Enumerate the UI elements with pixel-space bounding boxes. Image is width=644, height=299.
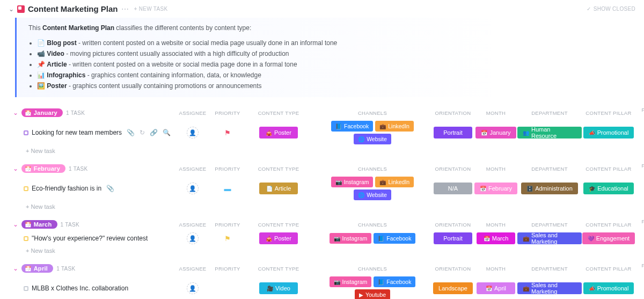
tag-pill[interactable]: 💼LinkedIn [375, 177, 414, 187]
priority-flag-icon[interactable]: ⚑ [224, 235, 231, 243]
group-header: ⌄ March 1 TASK ASSIGNEE PRIORITY CONTENT… [0, 217, 644, 231]
description-item: 🖼️ Poster - graphics content usually con… [37, 81, 624, 91]
publishing-date[interactable]: 2/15/23 [635, 185, 644, 192]
tag-pill[interactable]: 📅January [475, 127, 516, 138]
col-orientation: ORIENTATION [431, 110, 474, 116]
priority-flag-icon[interactable]: ⚑ [224, 129, 231, 137]
col-month: MONTH [474, 222, 517, 228]
publishing-date[interactable]: 3/8/23 [635, 235, 644, 242]
priority-cell[interactable]: ⚑ [211, 235, 244, 243]
tag-pill[interactable]: Landscape [433, 282, 473, 294]
pill-icon: 📘 [378, 279, 384, 285]
task-meta-icon[interactable]: 📎 [127, 129, 135, 136]
col-channels: CHANNELS [313, 110, 431, 116]
tag-pill[interactable]: 💼Sales and Marketing [517, 282, 582, 294]
col-month: MONTH [474, 266, 517, 272]
tag-pill[interactable]: 📣Promotional [583, 282, 634, 294]
tag-pill[interactable]: 💼LinkedIn [375, 121, 414, 132]
tag-pill[interactable]: 💼Sales and Marketing [517, 232, 582, 244]
priority-flag-icon[interactable]: ▬ [224, 185, 231, 193]
group-collapse-icon[interactable]: ⌄ [13, 165, 18, 172]
task-status-icon[interactable] [24, 236, 28, 241]
show-closed-toggle[interactable]: SHOW CLOSED [587, 6, 635, 12]
task-status-icon[interactable] [24, 286, 28, 291]
tag-pill[interactable]: 📷Instagram [330, 233, 372, 244]
pill-icon: 📷 [334, 236, 340, 242]
group-collapse-icon[interactable]: ⌄ [13, 265, 18, 272]
col-publishing-date: PUBLISHING DATE [635, 163, 644, 174]
group-task-count: 1 TASK [69, 166, 87, 172]
group-collapse-icon[interactable]: ⌄ [13, 110, 18, 116]
col-publishing-date: PUBLISHING DATE [635, 107, 644, 119]
tag-pill[interactable]: 🌐Website [354, 189, 391, 200]
tag-pill[interactable]: 📣Promotional [583, 127, 634, 138]
task-status-icon[interactable] [24, 130, 28, 135]
group-collapse-icon[interactable]: ⌄ [13, 221, 18, 228]
tag-pill[interactable]: 🎪Poster [259, 127, 298, 138]
priority-cell[interactable]: ▬ [211, 185, 244, 193]
tag-pill[interactable]: N/A [434, 183, 472, 194]
tag-pill[interactable]: 🗄️Administration [521, 183, 578, 194]
task-status-icon[interactable] [24, 186, 28, 191]
group-month-chip[interactable]: March [21, 220, 57, 229]
col-assignee: ASSIGNEE [174, 166, 211, 172]
group-month-chip[interactable]: February [21, 164, 65, 173]
publishing-date[interactable]: 4/12/23 [635, 285, 644, 291]
new-task-button[interactable]: + NEW TASK [134, 6, 168, 12]
assignee-placeholder[interactable]: 👤 [187, 232, 199, 244]
assignee-placeholder[interactable]: 👤 [187, 183, 199, 194]
group-month-chip[interactable]: January [21, 108, 63, 117]
new-task-row[interactable]: + New task [0, 201, 644, 215]
task-group: ⌄ April 1 TASK ASSIGNEE PRIORITY CONTENT… [0, 260, 644, 299]
assignee-placeholder[interactable]: 👤 [187, 282, 199, 294]
description-item: 📊 Infographics - graphics content contai… [37, 70, 624, 80]
task-row: "How's your experience?" review contest … [0, 231, 644, 245]
pill-icon: 📷 [335, 179, 342, 185]
tag-pill[interactable]: Portrait [434, 127, 472, 138]
new-task-row[interactable]: + New task [0, 145, 644, 159]
tag-pill[interactable]: 💜Engagement [582, 232, 635, 244]
tag-pill[interactable]: 🎪Poster [259, 232, 298, 244]
tag-pill[interactable]: 📷Instagram [331, 177, 374, 187]
task-meta-icon[interactable]: 📎 [106, 185, 114, 192]
collapse-icon[interactable]: ⌄ [9, 5, 14, 13]
col-priority: PRIORITY [211, 110, 244, 116]
task-meta-icon[interactable]: 🔗 [150, 129, 158, 136]
task-name-cell[interactable]: MLBB x Clothes Inc. collaboration [13, 285, 174, 292]
tag-pill[interactable]: 🌐Website [354, 134, 391, 144]
assignee-placeholder[interactable]: 👤 [187, 127, 199, 138]
bullet-icon: 📌 [37, 61, 45, 68]
tag-pill[interactable]: 🎓Educational [583, 183, 634, 194]
task-meta-icon[interactable]: 🔍 [163, 129, 171, 136]
tag-pill[interactable]: 📅February [474, 183, 517, 194]
group-header: ⌄ January 1 TASK ASSIGNEE PRIORITY CONTE… [0, 106, 644, 120]
tag-pill[interactable]: 👥Human Resource [517, 127, 582, 138]
tag-pill[interactable]: 🎥Video [259, 282, 298, 294]
group-month-chip[interactable]: April [21, 264, 53, 273]
task-name-cell[interactable]: "How's your experience?" review contest [13, 235, 174, 242]
tag-pill[interactable]: 📅April [477, 282, 515, 294]
task-group: ⌄ January 1 TASK ASSIGNEE PRIORITY CONTE… [0, 105, 644, 161]
task-meta-icon[interactable]: ↻ [140, 129, 145, 136]
tag-pill[interactable]: 📘Facebook [374, 276, 415, 287]
task-name-cell[interactable]: Eco-friendly fashion is in 📎 [13, 185, 174, 192]
task-group: ⌄ February 1 TASK ASSIGNEE PRIORITY CONT… [0, 161, 644, 216]
new-task-row[interactable]: + New task [0, 245, 644, 259]
tag-pill[interactable]: Portrait [434, 232, 472, 244]
pill-icon: 📅 [481, 130, 487, 136]
task-name-cell[interactable]: Looking for new team members 📎↻🔗🔍 [13, 129, 174, 136]
pill-icon: 💜 [588, 236, 594, 242]
tag-pill[interactable]: 📄Article [259, 183, 298, 194]
tag-pill[interactable]: 📘Facebook [374, 233, 415, 244]
tag-pill[interactable]: 📷Instagram [330, 276, 372, 287]
publishing-date[interactable]: 1/2/23 [635, 129, 644, 136]
priority-cell[interactable]: ⚑ [211, 129, 244, 137]
tag-pill[interactable]: 📅March [477, 232, 515, 244]
pill-icon: 💼 [523, 286, 529, 291]
list-menu-icon[interactable]: ⋯ [121, 5, 129, 13]
description-item: 📄 Blog post - written content posted on … [37, 38, 624, 48]
tag-pill[interactable]: ▶Youtube [355, 289, 390, 299]
tag-pill[interactable]: 📘Facebook [331, 121, 373, 132]
pill-icon: 📘 [335, 123, 342, 129]
col-content-type: CONTENT TYPE [244, 222, 313, 228]
